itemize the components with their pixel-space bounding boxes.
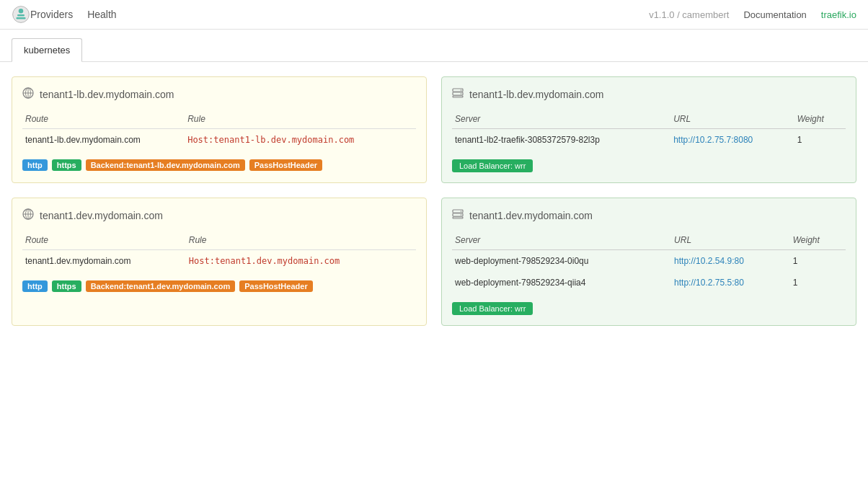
version-label: v1.1.0 / camembert: [649, 9, 729, 20]
nav-providers[interactable]: Providers: [30, 9, 73, 20]
col-url-2: URL: [671, 232, 790, 250]
badge-backend-2: Backend:tenant1.dev.mydomain.com: [86, 280, 236, 292]
svg-rect-3: [17, 17, 26, 19]
rule-value-1: Host:tenant1-lb.dev.mydomain.com: [185, 129, 416, 151]
frontend-table-2: Route Rule tenant1.dev.mydomain.com Host…: [22, 232, 416, 272]
globe-icon-2: [22, 208, 34, 222]
frontend-card-2-title: tenant1.dev.mydomain.com: [40, 210, 163, 221]
logo-icon: [12, 5, 30, 24]
table-row: tenant1.dev.mydomain.com Host:tenant1.de…: [22, 250, 416, 273]
table-row: tenant1-lb2-traefik-3085372579-82l3p htt…: [452, 129, 846, 151]
badge-row-1: http https Backend:tenant1-lb.dev.mydoma…: [22, 159, 416, 171]
frontend-card-1: tenant1-lb.dev.mydomain.com Route Rule t…: [12, 76, 427, 183]
server-icon-1: [452, 87, 464, 101]
col-route-2: Route: [22, 232, 186, 250]
server-weight-2a: 1: [790, 250, 846, 273]
server-name-1: tenant1-lb2-traefik-3085372579-82l3p: [452, 129, 670, 151]
col-weight-2: Weight: [790, 232, 846, 250]
traefik-link[interactable]: traefik.io: [821, 9, 856, 20]
lb-badge-1: Load Balancer: wrr: [452, 151, 846, 172]
server-weight-1: 1: [794, 129, 846, 151]
col-url-1: URL: [670, 111, 794, 129]
tab-kubernetes[interactable]: kubernetes: [12, 38, 82, 62]
col-weight-1: Weight: [794, 111, 846, 129]
badge-backend-1: Backend:tenant1-lb.dev.mydomain.com: [86, 159, 245, 171]
backend-card-2-header: tenant1.dev.mydomain.com: [452, 208, 846, 222]
col-route-1: Route: [22, 111, 185, 129]
col-rule-2: Rule: [186, 232, 416, 250]
badge-http-2: http: [22, 280, 48, 292]
server-url-1: http://10.2.75.7:8080: [670, 129, 794, 151]
svg-point-21: [461, 214, 462, 216]
frontend-card-2-header: tenant1.dev.mydomain.com: [22, 208, 416, 222]
badge-https-2: https: [52, 280, 81, 292]
documentation-link[interactable]: Documentation: [743, 9, 806, 20]
badge-http-1: http: [22, 159, 48, 171]
backend-card-1-title: tenant1-lb.dev.mydomain.com: [469, 89, 604, 100]
route-value-1: tenant1-lb.dev.mydomain.com: [22, 129, 185, 151]
route-value-2: tenant1.dev.mydomain.com: [22, 250, 186, 273]
frontend-card-1-title: tenant1-lb.dev.mydomain.com: [40, 89, 174, 100]
frontend-card-1-header: tenant1-lb.dev.mydomain.com: [22, 87, 416, 101]
server-icon-2: [452, 208, 464, 222]
col-server-1: Server: [452, 111, 670, 129]
svg-rect-2: [17, 14, 25, 16]
rule-value-2: Host:tenant1.dev.mydomain.com: [186, 250, 416, 273]
globe-icon-1: [22, 87, 34, 101]
table-row: tenant1-lb.dev.mydomain.com Host:tenant1…: [22, 129, 416, 151]
header-right: v1.1.0 / camembert Documentation traefik…: [649, 9, 856, 20]
main-content: tenant1-lb.dev.mydomain.com Route Rule t…: [0, 62, 868, 340]
tab-bar: kubernetes: [0, 30, 868, 62]
badge-row-2: http https Backend:tenant1.dev.mydomain.…: [22, 280, 416, 292]
frontend-table-1: Route Rule tenant1-lb.dev.mydomain.com H…: [22, 111, 416, 151]
badge-passhost-1: PassHostHeader: [249, 159, 322, 171]
server-name-2b: web-deployment-798529234-qiia4: [452, 272, 671, 293]
backend-card-2-title: tenant1.dev.mydomain.com: [469, 210, 593, 221]
backend-table-1: Server URL Weight tenant1-lb2-traefik-30…: [452, 111, 846, 151]
table-row: web-deployment-798529234-qiia4 http://10…: [452, 272, 846, 293]
nav-health[interactable]: Health: [87, 9, 116, 20]
svg-point-1: [19, 9, 24, 14]
header-nav: Providers Health: [30, 9, 649, 20]
frontend-card-2: tenant1.dev.mydomain.com Route Rule tena…: [12, 198, 427, 326]
badge-https-1: https: [52, 159, 81, 171]
backend-card-2: tenant1.dev.mydomain.com Server URL Weig…: [441, 198, 856, 326]
backend-card-1-header: tenant1-lb.dev.mydomain.com: [452, 87, 846, 101]
header: Providers Health v1.1.0 / camembert Docu…: [0, 0, 868, 30]
backend-table-2: Server URL Weight web-deployment-7985292…: [452, 232, 846, 293]
server-weight-2b: 1: [790, 272, 846, 293]
backend-card-1: tenant1-lb.dev.mydomain.com Server URL W…: [441, 76, 856, 183]
svg-rect-10: [453, 96, 463, 97]
svg-point-20: [461, 211, 462, 212]
lb-badge-2: Load Balancer: wrr: [452, 293, 846, 315]
server-url-2a: http://10.2.54.9:80: [671, 250, 790, 273]
col-rule-1: Rule: [185, 111, 416, 129]
svg-point-12: [461, 93, 462, 94]
svg-rect-19: [453, 217, 463, 218]
server-name-2a: web-deployment-798529234-0i0qu: [452, 250, 671, 273]
server-url-2b: http://10.2.75.5:80: [671, 272, 790, 293]
table-row: web-deployment-798529234-0i0qu http://10…: [452, 250, 846, 273]
col-server-2: Server: [452, 232, 671, 250]
badge-passhost-2: PassHostHeader: [239, 280, 312, 292]
svg-point-11: [461, 89, 462, 91]
